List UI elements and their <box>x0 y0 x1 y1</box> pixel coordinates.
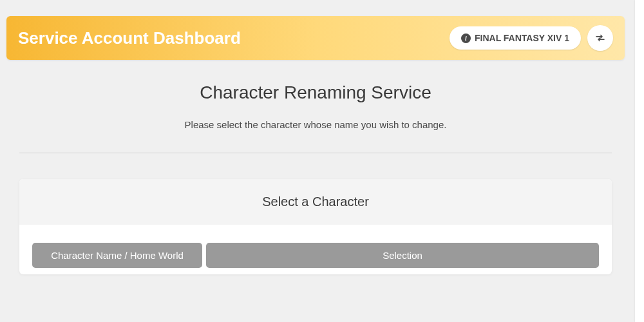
header-controls: i FINAL FANTASY XIV 1 <box>450 25 613 51</box>
swap-icon <box>594 32 606 44</box>
column-header-name: Character Name / Home World <box>32 243 202 268</box>
service-subtitle: Please select the character whose name y… <box>19 119 612 130</box>
service-account-selector[interactable]: i FINAL FANTASY XIV 1 <box>450 26 581 50</box>
switch-account-button[interactable] <box>587 25 613 51</box>
column-header-selection: Selection <box>206 243 599 268</box>
service-account-label: FINAL FANTASY XIV 1 <box>475 33 569 43</box>
table-header-row: Character Name / Home World Selection <box>19 225 612 274</box>
card-header: Select a Character <box>19 179 612 225</box>
info-icon: i <box>461 33 471 43</box>
page-title: Service Account Dashboard <box>18 28 241 48</box>
divider <box>19 153 612 153</box>
dashboard-header: Service Account Dashboard i FINAL FANTAS… <box>6 16 625 60</box>
character-select-card: Select a Character Character Name / Home… <box>19 179 612 274</box>
scrollbar-track[interactable] <box>635 0 644 322</box>
content-area: Character Renaming Service Please select… <box>0 60 631 274</box>
service-title: Character Renaming Service <box>19 82 612 103</box>
